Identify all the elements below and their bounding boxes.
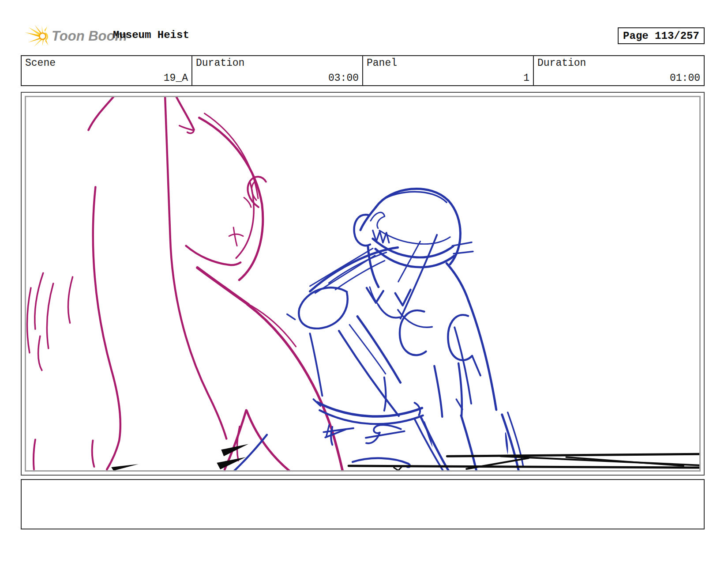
meta-cell-panel-duration: Duration 01:00 — [533, 56, 704, 85]
panel-meta-table: Scene 19_A Duration 03:00 Panel 1 Durati… — [21, 55, 705, 86]
panel-duration-value: 01:00 — [670, 72, 700, 84]
panel-value: 1 — [523, 72, 529, 84]
storyboard-panel-drawing — [26, 97, 699, 470]
meta-cell-panel: Panel 1 — [362, 56, 533, 85]
scene-duration-label: Duration — [196, 57, 244, 69]
project-title: Museum Heist — [113, 29, 189, 41]
page-number-box: Page 113/257 — [618, 27, 705, 44]
page-number-label: Page 113/257 — [623, 30, 699, 42]
meta-cell-scene: Scene 19_A — [22, 56, 191, 85]
toonboom-starburst-icon — [24, 24, 50, 49]
panel-duration-label: Duration — [537, 57, 586, 69]
scene-label: Scene — [25, 57, 56, 69]
scene-duration-value: 03:00 — [328, 72, 359, 84]
panel-label: Panel — [367, 57, 397, 69]
panel-caption-box — [21, 479, 705, 529]
storyboard-panel-inner-frame — [25, 96, 701, 472]
meta-cell-scene-duration: Duration 03:00 — [191, 56, 362, 85]
brand-row: Toon Boom — [24, 24, 127, 49]
scene-value: 19_A — [164, 72, 188, 84]
storyboard-panel-frame — [21, 92, 705, 476]
